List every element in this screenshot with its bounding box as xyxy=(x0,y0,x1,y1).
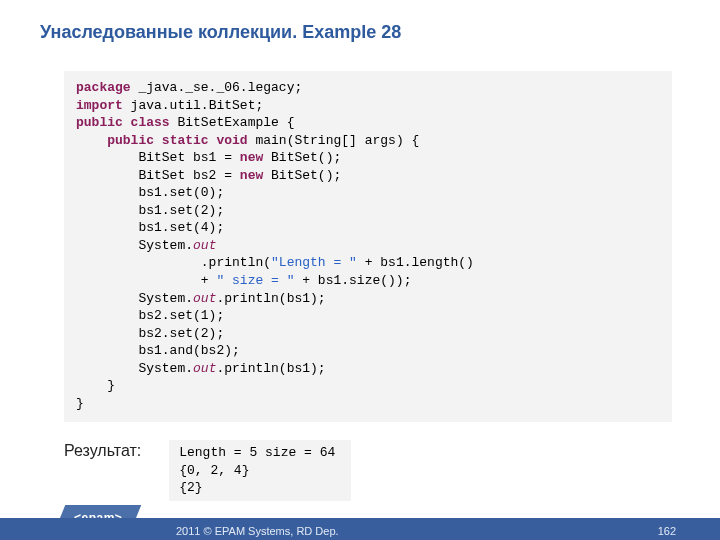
code-text: BitSetExample { xyxy=(170,115,295,130)
string-literal: "Length = " xyxy=(271,255,357,270)
field-out: out xyxy=(193,361,216,376)
code-text: } xyxy=(76,396,84,411)
code-text: System. xyxy=(76,238,193,253)
footer-page-number: 162 xyxy=(658,525,676,537)
result-line: Length = 5 size = 64 xyxy=(179,445,335,460)
code-text: + bs1.size()); xyxy=(294,273,411,288)
code-text: BitSet(); xyxy=(263,150,341,165)
code-text: + xyxy=(76,273,216,288)
kw-public: public xyxy=(76,115,123,130)
code-text: BitSet(); xyxy=(263,168,341,183)
code-text: bs2.set(2); xyxy=(76,326,224,341)
code-text: System. xyxy=(76,361,193,376)
kw-import: import xyxy=(76,98,123,113)
code-text: bs1.set(4); xyxy=(76,220,224,235)
code-block: package _java._se._06.legacy; import jav… xyxy=(64,71,672,422)
kw-package: package xyxy=(76,80,131,95)
code-text: java.util.BitSet; xyxy=(123,98,263,113)
slide-title: Унаследованные коллекции. Example 28 xyxy=(0,0,720,43)
string-literal: " size = " xyxy=(216,273,294,288)
code-text: BitSet bs2 = xyxy=(76,168,240,183)
code-text: bs1.and(bs2); xyxy=(76,343,240,358)
code-text: bs2.set(1); xyxy=(76,308,224,323)
code-text: System. xyxy=(76,291,193,306)
field-out: out xyxy=(193,238,216,253)
result-label: Результат: xyxy=(64,440,141,460)
code-text: } xyxy=(76,378,115,393)
footer-copyright: 2011 © EPAM Systems, RD Dep. xyxy=(176,525,339,537)
kw-public: public xyxy=(107,133,154,148)
result-line: {0, 2, 4} xyxy=(179,463,249,478)
footer-bar: 2011 © EPAM Systems, RD Dep. 162 xyxy=(0,518,720,540)
result-block: Length = 5 size = 64 {0, 2, 4} {2} xyxy=(169,440,351,501)
result-row: Результат: Length = 5 size = 64 {0, 2, 4… xyxy=(64,440,720,501)
code-text: _java._se._06.legacy; xyxy=(131,80,303,95)
result-line: {2} xyxy=(179,480,202,495)
field-out: out xyxy=(193,291,216,306)
kw-void: void xyxy=(209,133,248,148)
kw-static: static xyxy=(154,133,209,148)
code-text: main(String[] args) { xyxy=(248,133,420,148)
code-text: BitSet bs1 = xyxy=(76,150,240,165)
code-text: + bs1.length() xyxy=(357,255,474,270)
kw-class: class xyxy=(123,115,170,130)
code-text: .println(bs1); xyxy=(216,291,325,306)
code-text: bs1.set(2); xyxy=(76,203,224,218)
kw-new: new xyxy=(240,150,263,165)
code-text: .println(bs1); xyxy=(216,361,325,376)
code-text: .println( xyxy=(76,255,271,270)
kw-new: new xyxy=(240,168,263,183)
code-text: bs1.set(0); xyxy=(76,185,224,200)
